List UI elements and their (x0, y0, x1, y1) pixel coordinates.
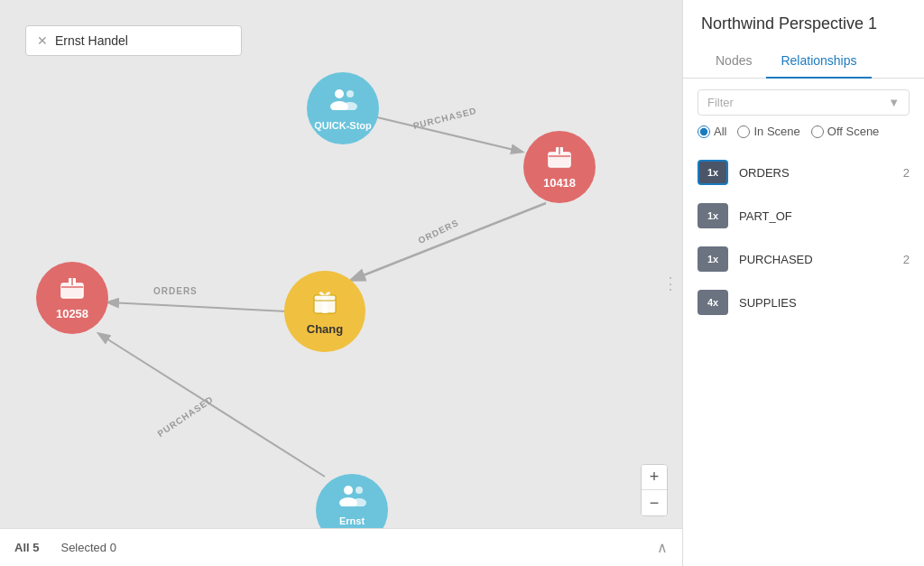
node-10418[interactable]: 10418 (523, 131, 596, 203)
filter-icon: ▼ (888, 96, 900, 109)
gift-icon (310, 288, 339, 320)
svg-point-11 (346, 90, 354, 97)
rel-item-purchased[interactable]: 1x PURCHASED 2 (683, 237, 924, 281)
svg-rect-26 (314, 295, 336, 301)
svg-line-5 (108, 302, 287, 311)
svg-text:ORDERS: ORDERS (153, 286, 198, 296)
svg-point-9 (335, 89, 344, 98)
radio-group: All In Scene Off Scene (683, 116, 924, 147)
search-box[interactable]: ✕ Ernst Handel (25, 25, 242, 56)
svg-line-3 (352, 203, 546, 280)
rel-count-orders: 2 (903, 166, 910, 180)
rel-name-orders: ORDERS (739, 166, 892, 180)
rel-item-orders[interactable]: 1x ORDERS 2 (683, 151, 924, 194)
svg-line-1 (377, 117, 522, 152)
radio-off-scene[interactable]: Off Scene (811, 125, 880, 138)
radio-in-scene[interactable]: In Scene (737, 125, 799, 138)
graph-canvas[interactable]: ✕ Ernst Handel PURCHASED ORDERS ORDERS P… (0, 0, 682, 566)
relationship-list: 1x ORDERS 2 1x PART_OF 1x PURCHASED 2 4x… (683, 147, 924, 566)
rel-item-part-of[interactable]: 1x PART_OF (683, 194, 924, 237)
svg-point-30 (356, 487, 363, 494)
tab-relationships[interactable]: Relationships (766, 44, 871, 79)
node-10418-label: 10418 (543, 176, 576, 190)
node-chang[interactable]: Chang (284, 271, 365, 352)
tab-nodes[interactable]: Nodes (701, 44, 766, 79)
panel-drag-handle[interactable]: ⋮ (659, 270, 682, 297)
chevron-up-icon[interactable]: ∧ (657, 539, 668, 556)
radio-all[interactable]: All (698, 125, 726, 138)
rel-name-part-of: PART_OF (739, 209, 899, 223)
rel-badge-purchased: 1x (698, 246, 728, 272)
right-panel: Northwind Perspective 1 Nodes Relationsh… (682, 0, 924, 566)
node-10258-label: 10258 (56, 307, 88, 320)
panel-tabs: Nodes Relationships (683, 44, 924, 79)
svg-rect-18 (61, 283, 83, 298)
rel-name-supplies: SUPPLIES (739, 296, 899, 310)
svg-text:PURCHASED: PURCHASED (412, 106, 478, 131)
zoom-out-button[interactable]: − (642, 490, 667, 515)
svg-text:ORDERS: ORDERS (417, 218, 461, 246)
all-count-label: All 5 (14, 541, 39, 554)
search-value: Ernst Handel (55, 33, 128, 48)
node-chang-label: Chang (307, 322, 343, 336)
person-icon-ernst (337, 483, 366, 512)
close-icon[interactable]: ✕ (37, 33, 48, 48)
svg-rect-13 (549, 153, 570, 167)
rel-count-purchased: 2 (903, 253, 910, 266)
node-quick-stop[interactable]: QUICK-Stop (307, 72, 379, 144)
zoom-in-button[interactable]: + (642, 465, 667, 490)
svg-line-7 (99, 334, 325, 477)
selected-count-label: Selected 0 (60, 541, 116, 554)
box-icon-10258 (60, 276, 85, 305)
rel-badge-supplies: 4x (698, 290, 728, 315)
filter-input[interactable] (707, 96, 882, 109)
bottom-bar: All 5 Selected 0 ∧ (0, 528, 682, 566)
box-icon-10418 (547, 145, 572, 174)
person-icon (328, 87, 357, 116)
svg-point-28 (344, 486, 353, 495)
rel-badge-part-of: 1x (698, 203, 728, 228)
rel-name-purchased: PURCHASED (739, 253, 892, 266)
node-10258[interactable]: 10258 (36, 262, 108, 334)
rel-item-supplies[interactable]: 4x SUPPLIES (683, 281, 924, 324)
svg-text:PURCHASED: PURCHASED (155, 394, 215, 439)
filter-bar[interactable]: ▼ (698, 89, 910, 116)
panel-title: Northwind Perspective 1 (683, 0, 924, 33)
node-quick-stop-label: QUICK-Stop (314, 120, 372, 131)
zoom-controls: + − (641, 464, 668, 516)
rel-badge-orders: 1x (698, 160, 728, 185)
